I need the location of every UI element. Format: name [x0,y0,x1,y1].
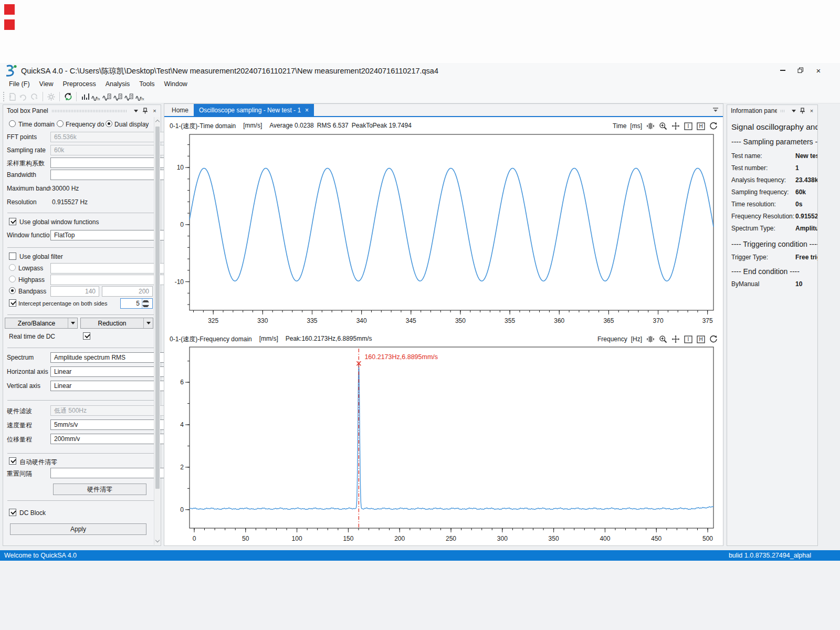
info-row: Analysis frequency:23.438kHz [731,176,817,186]
menu-file[interactable]: File (F) [4,79,35,89]
scroll-up-icon[interactable] [155,120,160,124]
toolbox-scrollbar[interactable] [154,117,160,545]
svg-text:2: 2 [180,464,184,471]
freq-axis-name: Frequency [597,335,627,343]
refresh-connect-icon[interactable] [62,91,74,102]
info-row: Trigger Type:Free trigger [731,254,817,263]
tab-oscilloscope-sampling[interactable]: Oscilloscope sampling - New test - 1 × [194,104,314,116]
bandpass-low-input[interactable]: 140 [50,286,99,297]
minimize-button[interactable] [776,65,790,76]
close-icon[interactable]: × [151,107,159,115]
toolbar-separator [76,92,77,101]
vertical-cursor-icon[interactable]: I [684,335,692,344]
scroll-down-icon[interactable] [155,538,160,542]
use-global-filter-label: Use global filter [19,253,63,260]
info-row: Test name:New test [731,152,817,162]
reduction-button[interactable]: Reduction [80,318,153,329]
pan-icon[interactable] [671,335,680,344]
svg-text:0: 0 [180,506,184,513]
highpass-label: Highpass [18,276,45,284]
restore-button[interactable] [794,65,807,76]
auto-hw-zero-checkbox[interactable] [9,457,16,465]
use-global-filter-checkbox[interactable] [9,253,16,260]
wave-report-icon[interactable] [101,91,112,102]
menu-preprocess[interactable]: Preprocess [58,79,100,89]
spin-down-button[interactable] [142,303,149,308]
svg-text:160.2173Hz,6.8895mm/s: 160.2173Hz,6.8895mm/s [364,353,438,361]
use-global-window-checkbox[interactable] [9,218,16,225]
radio-lowpass[interactable] [9,264,16,271]
svg-text:360: 360 [554,317,564,324]
wave-report-icon[interactable] [112,91,123,102]
pin-icon[interactable] [799,107,806,115]
zoom-in-icon[interactable] [658,122,667,131]
window-title: QuickSA 4.0 - C:\Users\陈琼凯\Desktop\Test\… [21,66,438,76]
main-toolbar: fx fx [0,90,840,103]
svg-text:330: 330 [257,317,268,324]
spectrum-fx-icon[interactable]: fx [90,91,101,102]
pin-icon[interactable] [141,107,149,115]
menu-bar: File (F) View Preprocess Analysis Tools … [0,78,840,90]
tab-list-icon[interactable] [712,107,719,113]
close-icon[interactable]: × [808,107,815,115]
panel-drag-dots[interactable] [781,110,785,112]
apply-button[interactable]: Apply [10,523,146,535]
radio-frequency-domain[interactable] [57,120,64,127]
reset-view-icon[interactable] [709,335,718,344]
spectrum-fx-icon[interactable]: fx [134,91,145,102]
redo-measurement-icon[interactable] [18,91,29,102]
tab-home[interactable]: Home [166,104,194,116]
intercept-spinner[interactable]: 5 [120,298,153,309]
horizontal-cursor-icon[interactable]: H [696,335,705,344]
auto-hw-zero-label: 自动硬件清零 [19,458,57,467]
radio-dual-display[interactable] [106,120,112,127]
info-row: ByManual10 [731,280,817,290]
time-domain-chart[interactable]: 325330335340345350355360365370375-10010 [164,132,724,333]
bandpass-high-input[interactable]: 200 [102,286,153,297]
vertical-cursor-icon[interactable]: I [684,122,692,131]
bar-chart-icon[interactable] [79,91,90,102]
menu-tools[interactable]: Tools [134,79,159,89]
panel-drag-dots[interactable] [52,110,127,112]
spectrum-label: Spectrum [7,354,34,361]
realtime-dc-checkbox[interactable] [83,332,90,340]
waveform-cursor-icon[interactable] [646,335,655,344]
menu-view[interactable]: View [35,79,58,89]
scrollbar-thumb[interactable] [155,127,160,489]
fft-points-label: FFT points [7,133,37,141]
wave-report-icon[interactable] [123,91,134,102]
radio-dual-display-label: Dual display [114,121,149,128]
tab-close-icon[interactable]: × [305,107,309,114]
dropdown-arrow-icon[interactable] [68,318,77,328]
menu-analysis[interactable]: Analysis [101,79,135,89]
resolution-value: 0.915527 Hz [52,198,88,206]
svg-text:325: 325 [208,317,218,324]
zoom-in-icon[interactable] [658,335,667,344]
pan-icon[interactable] [671,122,680,131]
svg-text:H: H [699,337,702,342]
new-measurement-icon[interactable] [7,91,18,102]
hw-zero-button[interactable]: 硬件清零 [53,484,146,495]
lowpass-label: Lowpass [18,265,43,272]
menu-window[interactable]: Window [159,79,192,89]
waveform-cursor-icon[interactable] [646,122,655,131]
frequency-domain-chart[interactable]: 0501001502002503003504004505000246160.21… [164,344,724,544]
toolbar-grip[interactable] [3,92,4,101]
horizontal-cursor-icon[interactable]: H [696,122,705,131]
reset-view-icon[interactable] [709,122,718,131]
close-button[interactable]: × [812,65,825,76]
intercept-checkbox[interactable] [9,299,16,307]
restore-icon [797,67,804,74]
settings-gear-icon[interactable] [46,91,57,102]
radio-time-domain[interactable] [9,120,16,127]
panel-menu-icon[interactable] [132,107,140,115]
panel-menu-icon[interactable] [790,107,797,115]
zero-balance-button[interactable]: Zero/Balance [5,318,78,329]
radio-highpass[interactable] [9,276,16,282]
repeat-measurement-icon[interactable] [29,91,40,102]
radio-bandpass[interactable] [9,287,16,294]
dc-block-checkbox[interactable] [9,509,16,516]
svg-text:365: 365 [603,317,614,324]
spin-up-button[interactable] [142,299,149,303]
dropdown-arrow-icon[interactable] [143,318,153,328]
